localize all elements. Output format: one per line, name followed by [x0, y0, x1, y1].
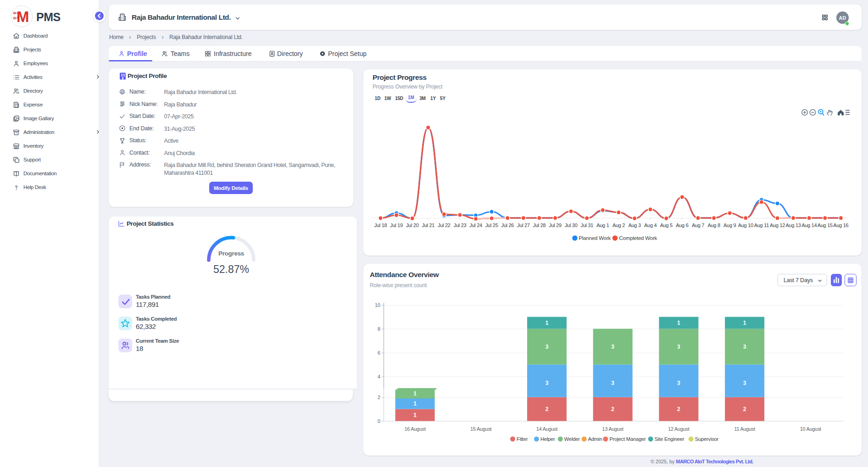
svg-text:3: 3: [545, 380, 549, 386]
svg-text:Welder: Welder: [564, 436, 580, 442]
svg-text:16 August: 16 August: [404, 426, 425, 432]
svg-text:Jul 21: Jul 21: [422, 222, 435, 228]
svg-text:3: 3: [545, 344, 549, 350]
svg-text:Jul 27: Jul 27: [517, 222, 530, 228]
svg-text:Aug 7: Aug 7: [692, 222, 704, 228]
svg-text:Site Engineer: Site Engineer: [655, 436, 684, 442]
svg-text:2: 2: [378, 395, 380, 400]
svg-text:3: 3: [743, 344, 746, 350]
svg-text:14 August: 14 August: [536, 426, 557, 432]
svg-text:Aug 16: Aug 16: [833, 222, 848, 228]
svg-text:1: 1: [413, 400, 417, 407]
svg-text:Jul 29: Jul 29: [549, 222, 562, 228]
svg-text:10 August: 10 August: [800, 426, 821, 432]
svg-text:Jul 26: Jul 26: [501, 222, 514, 228]
svg-text:Planned Work: Planned Work: [579, 235, 611, 241]
svg-text:Aug 9: Aug 9: [723, 222, 736, 228]
svg-text:1: 1: [545, 320, 549, 326]
svg-text:4: 4: [378, 374, 380, 379]
svg-text:2: 2: [743, 406, 746, 412]
svg-text:3: 3: [611, 344, 614, 350]
svg-text:Fitter: Fitter: [517, 436, 528, 442]
svg-text:13 August: 13 August: [602, 426, 623, 432]
svg-text:Aug 14: Aug 14: [801, 222, 817, 228]
svg-text:1: 1: [413, 412, 417, 418]
svg-text:8: 8: [378, 326, 380, 332]
svg-text:Supervisor: Supervisor: [695, 436, 719, 442]
svg-text:12 August: 12 August: [668, 426, 689, 432]
svg-text:6: 6: [378, 350, 380, 356]
svg-text:Jul 24: Jul 24: [469, 222, 482, 228]
svg-text:Completed Work: Completed Work: [619, 235, 657, 241]
svg-text:3: 3: [611, 380, 614, 386]
svg-text:10: 10: [375, 302, 380, 308]
svg-text:2: 2: [677, 406, 680, 412]
svg-text:Helper: Helper: [540, 436, 555, 442]
svg-text:1: 1: [743, 320, 746, 326]
svg-text:1: 1: [413, 390, 417, 397]
svg-text:Aug 13: Aug 13: [786, 222, 801, 228]
svg-text:M: M: [17, 8, 29, 25]
svg-text:Aug 10: Aug 10: [738, 222, 753, 228]
svg-text:Jul 20: Jul 20: [406, 222, 419, 228]
svg-text:Aug 4: Aug 4: [644, 222, 657, 228]
svg-text:2: 2: [545, 406, 549, 412]
svg-text:Jul 22: Jul 22: [438, 222, 451, 228]
svg-text:3: 3: [743, 380, 746, 386]
svg-text:3: 3: [677, 380, 680, 386]
svg-text:Aug 15: Aug 15: [818, 222, 833, 228]
svg-text:0: 0: [378, 418, 380, 424]
svg-text:Aug 2: Aug 2: [612, 222, 625, 228]
svg-text:Jul 18: Jul 18: [374, 222, 387, 228]
svg-text:Aug 3: Aug 3: [628, 222, 640, 228]
svg-text:15 August: 15 August: [470, 426, 491, 432]
svg-text:Aug 12: Aug 12: [770, 222, 785, 228]
svg-text:Aug 6: Aug 6: [676, 222, 688, 228]
svg-text:Aug 5: Aug 5: [660, 222, 673, 228]
svg-text:Project Manager: Project Manager: [609, 436, 646, 442]
svg-text:Admin: Admin: [588, 436, 602, 442]
svg-text:Jul 19: Jul 19: [390, 222, 403, 228]
svg-text:Jul 25: Jul 25: [485, 222, 498, 228]
svg-text:2: 2: [611, 406, 614, 412]
svg-text:Aug 11: Aug 11: [754, 222, 769, 228]
svg-text:Jul 30: Jul 30: [565, 222, 578, 228]
svg-text:3: 3: [677, 344, 680, 350]
svg-text:11 August: 11 August: [734, 426, 755, 432]
svg-text:Jul 28: Jul 28: [533, 222, 546, 228]
svg-text:1: 1: [677, 320, 680, 326]
svg-text:Aug 8: Aug 8: [707, 222, 720, 228]
svg-text:Jul 23: Jul 23: [454, 222, 467, 228]
svg-text:Jul 31: Jul 31: [581, 222, 594, 228]
svg-text:Aug 1: Aug 1: [596, 222, 609, 228]
